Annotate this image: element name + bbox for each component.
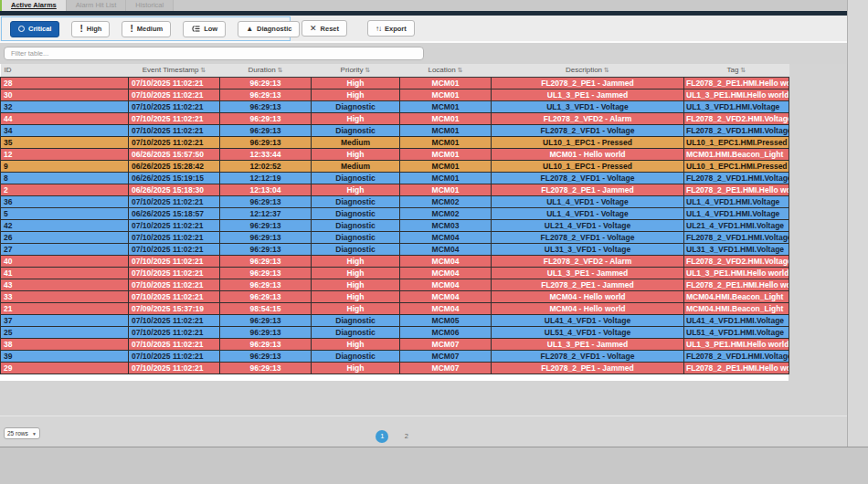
table-row[interactable]: 806/26/2025 15:19:1512:12:19DiagnosticMC… — [1, 172, 789, 184]
cell-description: FL2078_2_PE1 - Jammed — [492, 362, 684, 374]
cell-id: 35 — [1, 136, 129, 148]
table-row[interactable]: 3007/10/2025 11:02:2196:29:13HighMCM01UL… — [1, 89, 789, 100]
pagination: 1 2 — [0, 426, 789, 443]
cell-location: MCM07 — [400, 350, 492, 362]
column-header-description[interactable]: Description⇅ — [492, 64, 684, 77]
tab-bar: Active Alarms Alarm Hit List Historical — [0, 0, 847, 11]
cell-tag: FL2078_2_PE1.HMI.Hello world — [684, 279, 789, 290]
filter-button-critical[interactable]: Critical — [10, 21, 59, 37]
page-button-1[interactable]: 1 — [376, 430, 388, 443]
filter-button-medium[interactable]: !Medium — [122, 21, 171, 37]
cell-timestamp: 07/10/2025 11:02:21 — [129, 267, 220, 279]
cell-timestamp: 07/10/2025 11:02:21 — [129, 124, 220, 136]
cell-description: UL1_4_VFD1 - Voltage — [492, 207, 684, 219]
tab-active-alarms[interactable]: Active Alarms — [2, 0, 67, 11]
export-button[interactable]: ↑↓ Export — [367, 20, 415, 37]
cell-duration: 12:12:19 — [220, 172, 312, 184]
table-row[interactable]: 906/26/2025 15:28:4212:02:52MediumMCM01U… — [1, 160, 789, 172]
table-row[interactable]: 4207/10/2025 11:02:2196:29:13DiagnosticM… — [1, 219, 789, 231]
sort-arrows-icon: ⇅ — [365, 67, 371, 73]
cell-priority: High — [312, 338, 400, 350]
filter-button-low[interactable]: Low — [183, 21, 226, 37]
cell-id: 38 — [1, 338, 129, 350]
table-row[interactable]: 3907/10/2025 11:02:2196:29:13DiagnosticM… — [1, 350, 789, 362]
circle-ring-icon — [18, 26, 25, 32]
table-row[interactable]: 1206/26/2025 15:57:5012:33:44HighMCM01MC… — [1, 148, 789, 160]
cell-location: MCM01 — [400, 160, 492, 172]
page-button-2[interactable]: 2 — [400, 430, 413, 443]
column-header-location[interactable]: Location⇅ — [400, 64, 492, 77]
table-row[interactable]: 2907/10/2025 11:02:2196:29:13HighMCM07FL… — [1, 362, 789, 374]
column-header-duration[interactable]: Duration⇅ — [220, 64, 312, 77]
table-row[interactable]: 4307/10/2025 11:02:2196:29:13HighMCM04FL… — [1, 279, 789, 290]
cell-description: UL21_4_VFD1 - Voltage — [492, 219, 684, 231]
filter-button-high[interactable]: !High — [71, 21, 110, 37]
tab-historical[interactable]: Historical — [126, 0, 174, 11]
cell-timestamp: 07/10/2025 11:02:21 — [129, 112, 220, 124]
table-row[interactable]: 2707/10/2025 11:02:2196:29:13DiagnosticM… — [1, 243, 789, 255]
table-row[interactable]: 4407/10/2025 11:02:2196:29:13HighMCM01FL… — [1, 112, 789, 124]
cell-id: 2 — [1, 184, 129, 195]
table-row[interactable]: 3207/10/2025 11:02:2196:29:13DiagnosticM… — [1, 100, 789, 112]
cell-duration: 12:13:04 — [220, 184, 312, 195]
column-header-timestamp[interactable]: Event Timestamp⇅ — [129, 64, 220, 77]
table-row[interactable]: 4007/10/2025 11:02:2196:29:13HighMCM04FL… — [1, 255, 789, 267]
table-row[interactable]: 2107/09/2025 15:37:1998:54:15HighMCM04MC… — [1, 302, 789, 314]
cell-id: 9 — [1, 160, 129, 172]
reset-button[interactable]: ✕ Reset — [302, 20, 347, 37]
priority-filter-panel: Critical!High!MediumLow▲Diagnostic — [1, 16, 291, 41]
cell-tag: UL1_3_PE1.HMI.Hello world — [684, 267, 789, 279]
cell-duration: 96:29:13 — [220, 112, 312, 124]
cell-duration: 96:29:13 — [220, 350, 312, 362]
cell-tag: FL2078_2_VFD1.HMI.Voltage — [684, 350, 789, 362]
cell-id: 32 — [1, 100, 129, 112]
filter-button-label: Critical — [28, 25, 51, 33]
table-row[interactable]: 3607/10/2025 11:02:2196:29:13DiagnosticM… — [1, 195, 789, 207]
table-row[interactable]: 506/26/2025 15:18:5712:12:37DiagnosticMC… — [1, 207, 789, 219]
cell-id: 39 — [1, 350, 129, 362]
cell-description: FL2078_2_VFD2 - Alarm — [492, 112, 684, 124]
vertical-scrollbar-track[interactable] — [847, 0, 868, 447]
cell-description: UL1_3_PE1 - Jammed — [492, 267, 684, 279]
active-tab-green-indicator — [0, 0, 2, 11]
cell-priority: Diagnostic — [312, 326, 400, 338]
cell-duration: 12:02:52 — [220, 160, 312, 172]
table-row[interactable]: 3707/10/2025 11:02:2196:29:13DiagnosticM… — [1, 314, 789, 326]
cell-priority: High — [312, 255, 400, 267]
table-row[interactable]: 206/26/2025 15:18:3012:13:04HighMCM01FL2… — [1, 184, 789, 195]
cell-location: MCM01 — [400, 184, 492, 195]
table-row[interactable]: 3507/10/2025 11:02:2196:29:13MediumMCM01… — [1, 136, 789, 148]
column-header-priority[interactable]: Priority⇅ — [312, 64, 400, 77]
cell-id: 29 — [1, 362, 129, 374]
cell-priority: Diagnostic — [312, 100, 400, 112]
list-curve-icon — [191, 25, 200, 33]
cell-location: MCM04 — [400, 279, 492, 290]
table-row[interactable]: 2607/10/2025 11:02:2196:29:13DiagnosticM… — [1, 231, 789, 243]
filter-button-diagnostic[interactable]: ▲Diagnostic — [238, 21, 300, 37]
filter-table-input[interactable] — [4, 47, 424, 60]
cell-tag: UL1_3_PE1.HMI.Hello world — [684, 338, 789, 350]
cell-tag: UL10_1_EPC1.HMI.Pressed — [684, 136, 789, 148]
cell-id: 40 — [1, 255, 129, 267]
cell-id: 44 — [1, 112, 129, 124]
cell-duration: 96:29:13 — [220, 362, 312, 374]
cell-duration: 96:29:13 — [220, 100, 312, 112]
column-header-tag[interactable]: Tag⇅ — [684, 64, 789, 77]
cell-location: MCM01 — [400, 100, 492, 112]
cell-location: MCM07 — [400, 338, 492, 350]
table-row[interactable]: 3307/10/2025 11:02:2196:29:13HighMCM04MC… — [1, 290, 789, 302]
tab-alarm-hit-list[interactable]: Alarm Hit List — [67, 0, 127, 11]
cell-priority: Diagnostic — [312, 195, 400, 207]
table-row[interactable]: 3807/10/2025 11:02:2196:29:13HighMCM07UL… — [1, 338, 789, 350]
cell-id: 27 — [1, 243, 129, 255]
cell-tag: UL1_4_VFD1.HMI.Voltage — [684, 195, 789, 207]
cell-priority: Medium — [312, 160, 400, 172]
cell-priority: Diagnostic — [312, 207, 400, 219]
cell-tag: UL10_1_EPC1.HMI.Pressed — [684, 160, 789, 172]
cell-location: MCM01 — [400, 112, 492, 124]
table-row[interactable]: 3407/10/2025 11:02:2196:29:13DiagnosticM… — [1, 124, 789, 136]
table-row[interactable]: 2507/10/2025 11:02:2196:29:13DiagnosticM… — [1, 326, 789, 338]
close-icon: ✕ — [310, 25, 317, 33]
table-row[interactable]: 4107/10/2025 11:02:2196:29:13HighMCM04UL… — [1, 267, 789, 279]
table-row[interactable]: 2807/10/2025 11:02:2196:29:13HighMCM01FL… — [1, 77, 789, 89]
